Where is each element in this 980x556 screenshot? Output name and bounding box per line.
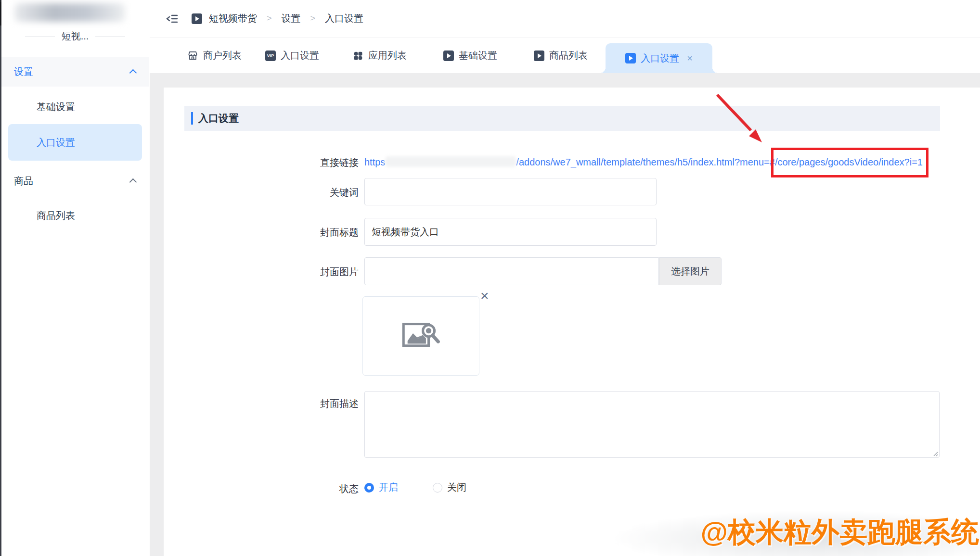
sidebar-group-settings-label: 设置	[14, 65, 33, 78]
apps-grid-icon	[353, 51, 363, 61]
shop-icon	[187, 50, 198, 61]
sidebar-item-entry-settings-label: 入口设置	[37, 136, 75, 149]
video-play-icon	[625, 53, 636, 63]
divider	[25, 36, 55, 37]
sidebar: 短视... 设置 基础设置 入口设置 商品 商品列表	[1, 0, 149, 556]
tab-entry-settings-vip[interactable]: VIP 入口设置	[265, 38, 319, 73]
breadcrumb-separator: >	[308, 13, 319, 24]
layout-gap	[150, 73, 164, 556]
tab-goods-list-label: 商品列表	[549, 49, 588, 62]
app-window: 短视... 设置 基础设置 入口设置 商品 商品列表 短视频带货	[0, 0, 980, 556]
sidebar-app-title: 短视...	[5, 30, 145, 43]
sidebar-group-goods[interactable]: 商品	[1, 168, 149, 193]
sidebar-item-entry-settings[interactable]: 入口设置	[8, 124, 142, 161]
tab-basic-settings[interactable]: 基础设置	[443, 38, 497, 73]
video-play-icon	[534, 51, 544, 61]
tab-entry-settings-vip-label: 入口设置	[281, 49, 319, 62]
choose-image-button[interactable]: 选择图片	[659, 257, 722, 285]
cover-desc-label: 封面描述	[262, 397, 359, 410]
radio-on-selected[interactable]	[364, 483, 374, 493]
cover-image-label: 封面图片	[262, 265, 359, 278]
tab-app-list-label: 应用列表	[368, 49, 407, 62]
cover-image-input[interactable]	[364, 257, 659, 285]
url-prefix: https	[364, 157, 385, 167]
url-middle: /addons/we7_wmall/template/themes/h5/ind…	[516, 157, 775, 167]
radio-off[interactable]	[433, 483, 442, 493]
redacted-logo	[14, 3, 125, 22]
tab-bar: 商户列表 VIP 入口设置 应用列表 基础设置 商品列表	[150, 38, 980, 73]
tab-merchant-list-label: 商户列表	[203, 49, 242, 62]
breadcrumb-separator: >	[264, 13, 275, 24]
chevron-up-icon	[129, 178, 137, 186]
menu-fold-icon[interactable]	[166, 13, 178, 25]
tab-app-list[interactable]: 应用列表	[353, 38, 407, 73]
video-app-icon	[192, 13, 202, 24]
breadcrumb-bar: 短视频带货 > 设置 > 入口设置	[150, 0, 980, 38]
sidebar-item-basic-settings[interactable]: 基础设置	[1, 94, 149, 119]
section-title: 入口设置	[198, 112, 239, 125]
radio-off-label[interactable]: 关闭	[447, 481, 466, 494]
cover-desc-textarea[interactable]	[364, 391, 940, 458]
vip-icon: VIP	[265, 51, 276, 61]
broken-image-icon	[401, 322, 441, 351]
cover-title-label: 封面标题	[262, 226, 359, 239]
tab-entry-settings-active-label: 入口设置	[641, 52, 679, 65]
resize-handle[interactable]	[931, 450, 938, 456]
keyword-label: 关键词	[262, 186, 359, 199]
breadcrumb-root[interactable]: 短视频带货	[209, 12, 257, 25]
cover-image-preview	[362, 296, 479, 376]
tab-close-icon[interactable]: ×	[687, 53, 693, 64]
cover-title-input[interactable]	[364, 218, 657, 246]
sidebar-app-title-label: 短视...	[62, 30, 89, 43]
radio-on-label[interactable]: 开启	[379, 481, 398, 494]
sidebar-item-basic-settings-label: 基础设置	[37, 101, 75, 114]
layout-gap	[150, 73, 980, 88]
video-play-icon	[443, 51, 454, 61]
tab-basic-settings-label: 基础设置	[459, 49, 497, 62]
sidebar-item-goods-list-label: 商品列表	[37, 209, 75, 222]
divider	[95, 36, 125, 37]
watermark-text: @校米粒外卖跑腿系统	[700, 514, 979, 551]
url-highlighted-path: /core/pages/goodsVideo/index?i=1	[775, 157, 923, 167]
sidebar-item-goods-list[interactable]: 商品列表	[1, 203, 149, 228]
keyword-input[interactable]	[364, 178, 657, 205]
breadcrumb-entry-settings[interactable]: 入口设置	[325, 12, 363, 25]
status-label: 状态	[262, 482, 359, 495]
tab-entry-settings-active[interactable]: 入口设置 ×	[606, 43, 712, 73]
sidebar-group-goods-label: 商品	[14, 175, 33, 188]
status-radio-group: 开启 关闭	[364, 481, 466, 494]
redacted-domain	[385, 156, 516, 167]
sidebar-group-settings[interactable]: 设置	[1, 57, 149, 87]
remove-image-icon[interactable]: ×	[480, 289, 489, 303]
breadcrumb-settings[interactable]: 设置	[282, 12, 301, 25]
direct-link-url[interactable]: https/addons/we7_wmall/template/themes/h…	[364, 156, 923, 168]
chevron-up-icon	[129, 69, 137, 76]
section-header: 入口设置	[184, 106, 940, 131]
tab-goods-list[interactable]: 商品列表	[534, 38, 588, 73]
direct-link-label: 直接链接	[262, 156, 359, 169]
tab-merchant-list[interactable]: 商户列表	[187, 38, 242, 73]
